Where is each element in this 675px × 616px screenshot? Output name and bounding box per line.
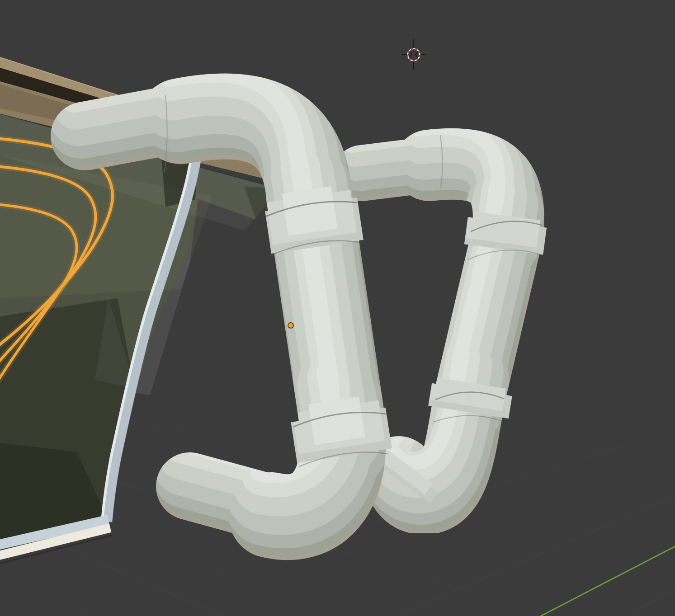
pipe-collar-highlight: [501, 216, 505, 243]
viewport-canvas[interactable]: [0, 0, 675, 616]
origin-dot[interactable]: [288, 323, 293, 328]
pipe-collar-highlight: [466, 383, 470, 405]
pipe-left-object[interactable]: [36, 63, 411, 578]
pipe-shade-band: [493, 186, 497, 213]
origin-point[interactable]: [288, 323, 293, 328]
pipe-left-shading: [36, 63, 411, 578]
3d-viewport[interactable]: [0, 0, 675, 616]
pipe-collar-highlight: [334, 400, 340, 441]
pipe-shade-band: [458, 353, 462, 376]
pipe-collar-highlight: [307, 190, 313, 232]
